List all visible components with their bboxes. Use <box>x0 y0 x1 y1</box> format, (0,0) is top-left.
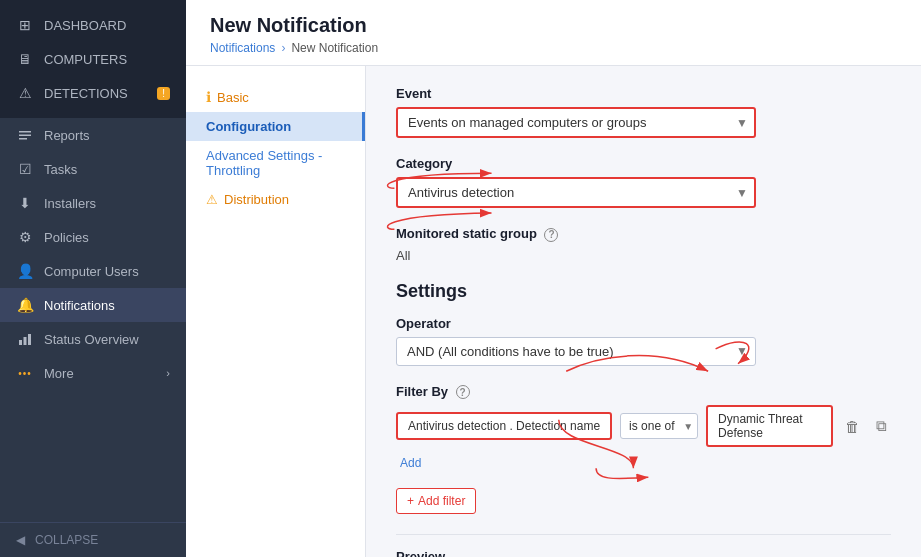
svg-rect-1 <box>19 135 31 137</box>
operator-select-wrapper: AND (All conditions have to be true) ▼ <box>396 337 756 366</box>
notifications-icon: 🔔 <box>16 296 34 314</box>
sidebar-item-installers[interactable]: ⬇ Installers <box>0 186 186 220</box>
event-select-wrapper: Events on managed computers or groups ▼ <box>396 107 756 138</box>
page-title: New Notification <box>210 14 897 37</box>
filter-value-tag: Dynamic Threat Defense <box>706 405 833 447</box>
tasks-icon: ☑ <box>16 160 34 178</box>
svg-rect-5 <box>28 334 31 345</box>
content-wrapper: ℹ Basic Configuration Advanced Settings … <box>186 66 921 557</box>
breadcrumb: Notifications › New Notification <box>210 41 897 65</box>
category-select[interactable]: Antivirus detection <box>396 177 756 208</box>
more-icon: ••• <box>16 364 34 382</box>
filter-condition-text: is one of ▼ <box>620 413 698 439</box>
add-filter-area: + Add filter <box>396 480 891 514</box>
detections-badge: ! <box>157 87 170 100</box>
sidebar-item-status-overview[interactable]: Status Overview <box>0 322 186 356</box>
grid-icon: ⊞ <box>16 16 34 34</box>
computer-icon: 🖥 <box>16 50 34 68</box>
wizard-nav: ℹ Basic Configuration Advanced Settings … <box>186 66 366 557</box>
add-value-link[interactable]: Add <box>400 456 421 470</box>
svg-rect-2 <box>19 138 27 140</box>
settings-heading: Settings <box>396 281 891 302</box>
more-arrow-icon: › <box>166 367 170 379</box>
category-label: Category <box>396 156 891 171</box>
filter-by-help-icon[interactable]: ? <box>456 385 470 399</box>
add-filter-button[interactable]: + Add filter <box>396 488 476 514</box>
distribution-warning-icon: ⚠ <box>206 192 218 207</box>
operator-label: Operator <box>396 316 891 331</box>
event-label: Event <box>396 86 891 101</box>
sidebar-item-computer-users[interactable]: 👤 Computer Users <box>0 254 186 288</box>
status-icon <box>16 330 34 348</box>
sidebar-item-dashboard[interactable]: ⊞ DASHBOARD <box>0 8 186 42</box>
svg-rect-0 <box>19 131 31 133</box>
sidebar-nav: Reports ☑ Tasks ⬇ Installers ⚙ Policies … <box>0 118 186 390</box>
basic-warning-icon: ℹ <box>206 89 211 105</box>
users-icon: 👤 <box>16 262 34 280</box>
sidebar-item-more[interactable]: ••• More › <box>0 356 186 390</box>
sidebar-top: ⊞ DASHBOARD 🖥 COMPUTERS ⚠ DETECTIONS ! <box>0 0 186 118</box>
operator-group: Operator AND (All conditions have to be … <box>396 316 891 366</box>
category-group: Category Antivirus detection ▼ <box>396 156 891 208</box>
filter-by-group: Filter By ? Antivirus detection . Detect… <box>396 384 891 515</box>
collapse-icon: ◀ <box>16 533 25 547</box>
copy-filter-button[interactable]: ⧉ <box>872 415 891 437</box>
filter-by-label: Filter By ? <box>396 384 891 400</box>
filter-condition-select-wrapper: is one of ▼ <box>620 413 698 439</box>
main-content: New Notification Notifications › New Not… <box>186 0 921 557</box>
preview-section: Preview BACK CONTINUE FINISH CANCEL <box>396 534 891 557</box>
collapse-button[interactable]: ◀ COLLAPSE <box>0 523 186 557</box>
sidebar-item-computers[interactable]: 🖥 COMPUTERS <box>0 42 186 76</box>
sidebar-bottom: ◀ COLLAPSE <box>0 522 186 557</box>
event-group: Event Events on managed computers or gro… <box>396 86 891 138</box>
add-link-area: Add <box>396 455 891 470</box>
filter-row: Antivirus detection . Detection name is … <box>396 405 891 447</box>
page-header: New Notification Notifications › New Not… <box>186 0 921 66</box>
delete-filter-button[interactable]: 🗑 <box>841 416 864 437</box>
monitored-group-help-icon[interactable]: ? <box>544 228 558 242</box>
sidebar-item-policies[interactable]: ⚙ Policies <box>0 220 186 254</box>
monitored-group-label: Monitored static group ? <box>396 226 891 242</box>
breadcrumb-parent[interactable]: Notifications <box>210 41 275 55</box>
operator-select[interactable]: AND (All conditions have to be true) <box>396 337 756 366</box>
installers-icon: ⬇ <box>16 194 34 212</box>
nav-basic[interactable]: ℹ Basic <box>186 82 365 112</box>
category-select-wrapper: Antivirus detection ▼ <box>396 177 756 208</box>
sidebar-item-detections[interactable]: ⚠ DETECTIONS ! <box>0 76 186 110</box>
sidebar-item-reports[interactable]: Reports <box>0 118 186 152</box>
monitored-group-value: All <box>396 248 891 263</box>
sidebar: ⊞ DASHBOARD 🖥 COMPUTERS ⚠ DETECTIONS ! R… <box>0 0 186 557</box>
nav-distribution[interactable]: ⚠ Distribution <box>186 185 365 214</box>
policies-icon: ⚙ <box>16 228 34 246</box>
filter-tag: Antivirus detection . Detection name <box>396 412 612 440</box>
sidebar-item-tasks[interactable]: ☑ Tasks <box>0 152 186 186</box>
filter-condition-select[interactable]: is one of <box>620 413 698 439</box>
preview-label: Preview <box>396 549 891 557</box>
breadcrumb-separator: › <box>281 41 285 55</box>
nav-configuration[interactable]: Configuration <box>186 112 365 141</box>
warning-icon: ⚠ <box>16 84 34 102</box>
sidebar-item-notifications[interactable]: 🔔 Notifications <box>0 288 186 322</box>
reports-icon <box>16 126 34 144</box>
form-area: Event Events on managed computers or gro… <box>366 66 921 557</box>
svg-rect-4 <box>24 337 27 345</box>
nav-advanced-settings[interactable]: Advanced Settings - Throttling <box>186 141 365 185</box>
monitored-group-group: Monitored static group ? All <box>396 226 891 263</box>
event-select[interactable]: Events on managed computers or groups <box>396 107 756 138</box>
svg-rect-3 <box>19 340 22 345</box>
breadcrumb-current: New Notification <box>291 41 378 55</box>
add-filter-plus-icon: + <box>407 494 414 508</box>
